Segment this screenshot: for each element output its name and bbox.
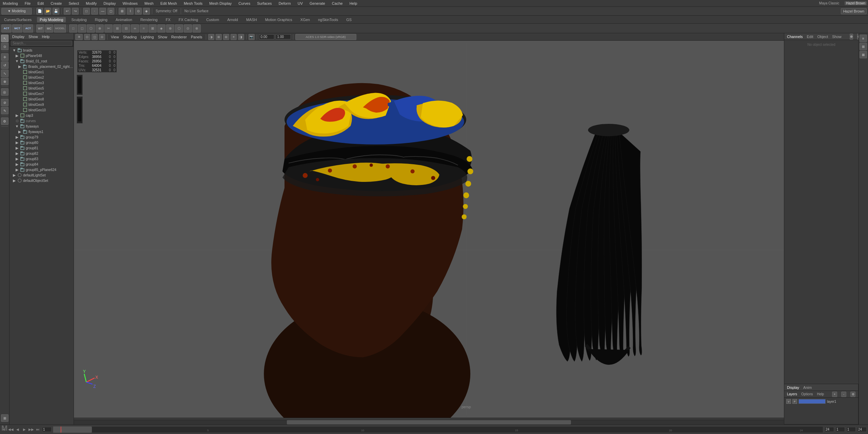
select-vertex-btn[interactable]: ·: [91, 8, 98, 15]
outliner-item[interactable]: ▶ pPlane548: [9, 53, 74, 58]
outliner-item[interactable]: blindGeo2: [9, 75, 74, 80]
shelf-tab-rigging[interactable]: Rigging: [92, 17, 110, 22]
sculpt-tool[interactable]: ⊘: [1, 99, 8, 106]
shelf-icon-7[interactable]: ⊟: [122, 24, 130, 33]
shelf-tab-fx-caching[interactable]: FX Caching: [176, 17, 201, 22]
range-end2-field[interactable]: [857, 427, 867, 432]
outliner-item[interactable]: blindGeo1: [9, 69, 74, 75]
lasso-tool[interactable]: ⊙: [1, 43, 8, 50]
outliner-help-tab[interactable]: Help: [42, 35, 50, 39]
menu-file[interactable]: File: [23, 1, 32, 5]
menu-windows[interactable]: Windows: [121, 1, 139, 5]
outliner-display-tab[interactable]: Display: [12, 35, 24, 39]
menu-modeling[interactable]: Modeling: [1, 1, 19, 5]
select-edge-btn[interactable]: —: [99, 8, 106, 15]
menu-mesh[interactable]: Mesh: [143, 1, 155, 5]
outliner-item[interactable]: ▶ defaultLightSet: [9, 172, 74, 178]
outliner-item[interactable]: ▶ group85_pPlane624: [9, 167, 74, 172]
outliner-item[interactable]: ▶ group80: [9, 140, 74, 145]
menu-display[interactable]: Display: [102, 1, 117, 5]
cb-tab-edit[interactable]: Edit: [807, 35, 813, 39]
scroll-thumb[interactable]: [287, 420, 571, 424]
vp-texture-btn[interactable]: ⊞: [223, 34, 229, 40]
scale-tool[interactable]: ⤡: [1, 70, 8, 77]
outliner-item[interactable]: blindGeo10: [9, 107, 74, 113]
universal-tool[interactable]: ⊕: [1, 78, 8, 85]
paint-tool[interactable]: ✎: [1, 107, 8, 114]
snap-point-btn[interactable]: ⊙: [135, 8, 142, 15]
open-btn[interactable]: 📂: [44, 8, 51, 15]
outliner-item[interactable]: blindGeo5: [9, 86, 74, 91]
shelf-icon-1[interactable]: □: [69, 24, 77, 33]
shelf-tab-poly-modeling[interactable]: Poly Modeling: [37, 17, 66, 22]
shelf-tab-sculpting[interactable]: Sculpting: [68, 17, 89, 22]
shelf-icon-10[interactable]: ⊠: [149, 24, 157, 33]
shelf-tab-mash[interactable]: MASH: [243, 17, 260, 22]
save-btn[interactable]: 💾: [53, 8, 59, 15]
right-tool-1[interactable]: ≡: [860, 35, 867, 42]
vp-field1[interactable]: [259, 34, 274, 39]
menu-surfaces[interactable]: Surfaces: [256, 1, 273, 5]
outliner-item[interactable]: blindGeo3: [9, 80, 74, 86]
menu-uv[interactable]: UV: [296, 1, 304, 5]
menu-create[interactable]: Create: [49, 1, 63, 5]
shelf-icon-13[interactable]: ⬠: [175, 24, 183, 33]
timeline[interactable]: 1 5 10 15 20 24: [53, 426, 823, 433]
vp-menu-shading[interactable]: Shading: [122, 35, 138, 39]
shelf-tab-custom[interactable]: Custom: [203, 17, 222, 22]
cb-tab-show[interactable]: Show: [832, 35, 842, 39]
menu-curves[interactable]: Curves: [237, 1, 252, 5]
mode-btn[interactable]: ▼ Modeling: [1, 8, 32, 15]
menu-cache[interactable]: Cache: [331, 1, 344, 5]
vp-mode-btn4[interactable]: ⊟: [99, 34, 105, 40]
viewport[interactable]: ⊞ ⊡ ◫ ⊟ View Shading Lighting Show Rende…: [74, 33, 859, 424]
outliner-item[interactable]: ▼ Braid_01_root: [9, 58, 74, 64]
shelf-tab-curves[interactable]: Curves/Surfaces: [1, 17, 34, 22]
outliner-item[interactable]: ▶ group81: [9, 145, 74, 151]
workspace-dropdown[interactable]: Maya Classic: [818, 1, 841, 5]
dp-tab-display[interactable]: Display: [787, 385, 799, 390]
shelf-icon-12[interactable]: ⊛: [166, 24, 174, 33]
range-start2-field[interactable]: [846, 427, 856, 432]
menu-modify[interactable]: Modify: [84, 1, 98, 5]
dp-tab-anim[interactable]: Anim: [803, 385, 812, 390]
current-frame-field[interactable]: [835, 427, 845, 432]
shelf-icon-WT[interactable]: WT: [36, 24, 44, 33]
shelf-icon-MODEL[interactable]: MODEL: [54, 24, 66, 33]
vp-menu-lighting[interactable]: Lighting: [139, 35, 155, 39]
shelf-tab-rendering[interactable]: Rendering: [138, 17, 160, 22]
shelf-tab-xgen[interactable]: XGen: [298, 17, 313, 22]
outliner-item[interactable]: ▶ group84: [9, 162, 74, 167]
right-tool-2[interactable]: ⊞: [860, 43, 867, 50]
shelf-icon-9[interactable]: ⌗: [140, 24, 148, 33]
vp-shadow-btn[interactable]: ◨: [238, 34, 244, 40]
vp-menu-view[interactable]: View: [110, 35, 120, 39]
range-start-field[interactable]: [42, 427, 52, 432]
menu-help[interactable]: Help: [348, 1, 359, 5]
outliner-item[interactable]: ▶ group79: [9, 134, 74, 140]
menu-deform[interactable]: Deform: [277, 1, 292, 5]
select-obj-btn[interactable]: □: [83, 8, 90, 15]
outliner-item[interactable]: blindGeo9: [9, 102, 74, 107]
dp-sub-btn[interactable]: -: [841, 392, 846, 397]
pb-step-fwd[interactable]: ▶▶: [28, 427, 34, 432]
shelf-icon-6[interactable]: ⊞: [113, 24, 121, 33]
range-end-field[interactable]: [825, 427, 834, 432]
cb-tab-channels[interactable]: Channels: [787, 35, 803, 39]
menu-select[interactable]: Select: [67, 1, 80, 5]
vp-menu-renderer[interactable]: Renderer: [170, 35, 188, 39]
vp-mode-btn2[interactable]: ⊡: [84, 34, 90, 40]
dp-sub-layers[interactable]: Layers: [787, 392, 797, 396]
pb-step-back[interactable]: ◀◀: [8, 427, 14, 432]
shelf-icon-4[interactable]: ⊕: [96, 24, 104, 33]
undo-btn[interactable]: ↩: [64, 8, 71, 15]
outliner-item[interactable]: blindGeo7: [9, 91, 74, 96]
timeline-scrollbar[interactable]: [74, 420, 784, 424]
vp-wireframe-btn[interactable]: ⊠: [216, 34, 222, 40]
soft-select-tool[interactable]: ◎: [1, 88, 8, 96]
settings-tool[interactable]: ⚙: [1, 117, 8, 125]
dp-option-btn[interactable]: ⚙: [850, 392, 855, 397]
shelf-icon-MC[interactable]: MC: [45, 24, 53, 33]
shelf-icon-5[interactable]: ✂: [104, 24, 113, 33]
camera-dropdown[interactable]: Hazel Brown: [841, 8, 867, 14]
